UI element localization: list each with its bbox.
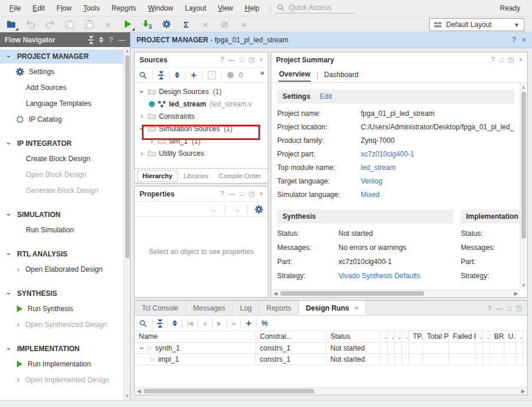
help-icon[interactable]: ? [512,36,516,44]
minimize-icon[interactable]: — [229,190,235,198]
tab-compile-order[interactable]: Compile Order [214,171,266,181]
column-header[interactable]: ... [483,331,490,342]
section-implementation[interactable]: ›IMPLEMENTATION [0,342,124,356]
tree-item-simulation-sources[interactable]: › Simulation Sources(1) [135,122,268,135]
scroll-up-icon[interactable]: ▲ [520,84,527,91]
add-run-icon[interactable]: + [245,318,251,328]
scrollbar-thumb[interactable] [125,55,129,258]
back-arrow-icon[interactable]: ← [210,205,218,213]
menu-layout[interactable]: Layout [179,1,212,15]
synthesis-strategy-link[interactable]: Vivado Synthesis Defaults [338,272,454,280]
undo-button[interactable] [25,19,36,29]
maximize-icon[interactable]: □ [507,305,511,312]
column-header-util[interactable]: U... [504,331,516,342]
flow-item-open-elaborated-design[interactable]: ›Open Elaborated Design [0,261,124,277]
target-language-link[interactable]: Verilog [361,177,514,185]
close-icon[interactable]: × [519,56,523,64]
column-header[interactable]: ... [380,331,387,342]
maximize-icon[interactable]: □ [240,190,244,198]
flow-item-run-synthesis[interactable]: Run Synthesis [0,301,124,316]
column-header[interactable]: ... [401,331,408,342]
menu-tools[interactable]: Tools [77,1,105,15]
scrollbar-thumb[interactable] [280,291,424,296]
minimize-icon[interactable]: — [229,56,235,64]
float-icon[interactable]: ◳ [248,190,254,198]
help-icon[interactable]: ? [220,56,224,64]
column-header-total-power[interactable]: Total Po... [423,331,448,342]
minimize-icon[interactable]: — [118,36,125,44]
help-icon[interactable]: ? [220,190,224,198]
tab-hierarchy[interactable]: Hierarchy [137,170,178,182]
flow-item-run-simulation[interactable]: Run Simulation [0,222,124,238]
column-header[interactable]: ... [387,331,394,342]
flow-item-language-templates[interactable]: Language Templates [0,95,124,111]
column-header[interactable]: ... [476,331,483,342]
column-header-status[interactable]: Status [326,331,380,342]
column-header-constraints[interactable]: Constrai... [255,331,326,342]
scroll-right-icon[interactable]: ▶ [520,388,527,395]
tab-dashboard[interactable]: Dashboard [324,68,360,81]
collapse-all-icon[interactable] [88,36,94,44]
tab-libraries[interactable]: Libraries [179,171,213,181]
column-header-tp[interactable]: TP... [408,331,423,342]
column-header-s[interactable]: S [523,331,526,342]
expand-all-icon[interactable] [172,320,177,326]
delete-button[interactable]: × [103,19,114,29]
float-icon[interactable]: ◳ [516,304,522,312]
help-icon[interactable]: ? [488,305,491,312]
close-icon[interactable]: × [260,56,263,64]
simulator-language-link[interactable]: Mixed [361,191,514,199]
float-icon[interactable]: ◳ [248,56,254,64]
copy-button[interactable] [64,19,75,29]
open-project-button[interactable] [6,19,16,29]
flow-item-run-implementation[interactable]: Run Implementation [0,356,124,372]
generate-bitstream-button[interactable] [142,19,152,29]
column-header-bram[interactable]: BR... [490,331,504,342]
section-simulation[interactable]: ›SIMULATION [0,208,124,222]
add-sources-icon[interactable]: + [191,70,197,80]
sum-reports-button[interactable]: Σ [181,19,191,29]
column-header-name[interactable]: Name [135,331,255,342]
menu-file[interactable]: File [4,1,26,15]
layout-selector[interactable]: Default Layout ▼ [429,18,524,31]
close-tab-icon[interactable]: × [354,304,358,312]
help-icon[interactable]: ? [491,56,494,64]
run-button[interactable] [122,19,133,29]
tree-item-led-stream[interactable]: led_stream (led_stream.v [135,98,268,110]
tree-item-utility-sources[interactable]: › Utility Sources [135,147,268,159]
scroll-left-icon[interactable]: ◀ [272,290,279,297]
overflow-icon[interactable]: » [260,68,264,77]
scroll-left-icon[interactable]: ◀ [135,388,142,395]
summary-vertical-scrollbar[interactable]: ▲ ▼ [520,84,527,289]
settings-gear-button[interactable] [161,19,172,29]
tab-reports[interactable]: Reports [260,301,299,315]
flow-item-add-sources[interactable]: Add Sources [0,79,124,95]
percent-utilization-icon[interactable]: % [261,319,268,328]
expand-all-icon[interactable] [175,72,179,78]
top-module-link[interactable]: led_stream [361,164,514,172]
menu-reports[interactable]: Reports [105,1,142,15]
tree-item-design-sources[interactable]: › Design Sources(1) [135,85,268,98]
section-rtl-analysis[interactable]: ›RTL ANALYSIS [0,247,124,261]
tree-item-sim-1[interactable]: › sim_1(1) [135,135,268,147]
paste-button[interactable] [84,19,94,29]
minimize-icon[interactable]: — [496,305,503,312]
forward-arrow-icon[interactable]: → [232,205,241,213]
scrollbar-thumb[interactable] [521,92,526,239]
tab-tcl-console[interactable]: Tcl Console [135,301,186,315]
table-row-synth-1[interactable]: ›▷synth_1 constrs_1 Not started [135,342,526,353]
close-icon[interactable]: × [260,190,263,198]
flow-item-settings[interactable]: Settings [0,64,124,79]
tab-messages[interactable]: Messages [186,301,233,315]
flow-item-ip-catalog[interactable]: IP Catalog [0,111,124,127]
help-icon[interactable]: ? [109,36,113,44]
table-row-impl-1[interactable]: ▷impl_1 constrs_1 Not started [135,353,526,365]
quick-access-input[interactable] [288,3,350,12]
menu-help[interactable]: Help [239,1,265,15]
scroll-down-icon[interactable]: ▼ [520,282,527,289]
project-part-link[interactable]: xc7z010clg400-1 [361,150,514,158]
redo-button[interactable] [45,19,55,29]
maximize-icon[interactable]: □ [240,56,244,64]
design-runs-horizontal-scrollbar[interactable]: ◀ ▶ [135,387,527,394]
gear-icon[interactable] [254,205,264,214]
